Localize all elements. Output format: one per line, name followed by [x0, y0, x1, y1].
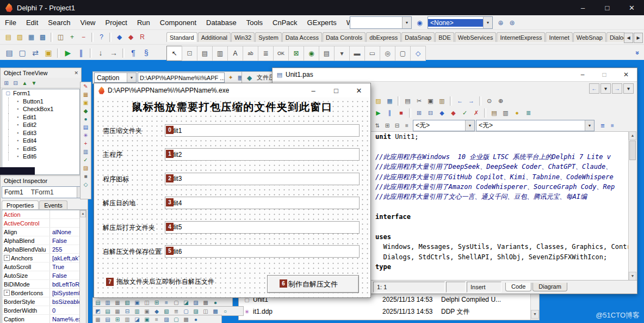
- mainmenu-icon[interactable]: ▤: [197, 46, 213, 61]
- save-icon[interactable]: ▦: [384, 96, 395, 106]
- toggle-form-unit-icon[interactable]: ⇄: [29, 46, 42, 59]
- dock-toolbar-icon[interactable]: ▢: [171, 298, 181, 306]
- cnpack-strip-icon[interactable]: ▥: [82, 148, 90, 156]
- dock-toolbar-icon[interactable]: ▤: [103, 316, 113, 323]
- explorer-scrollbar[interactable]: ▼: [530, 294, 539, 320]
- proc-list-combobox[interactable]: <无> ▼: [413, 120, 475, 131]
- collapse-icon[interactable]: ⊟: [425, 108, 436, 118]
- dock-toolbar-icon[interactable]: ▨: [191, 307, 201, 315]
- overflow-chevron-icon[interactable]: »: [634, 51, 642, 55]
- cnpack-icon[interactable]: ◆: [125, 32, 137, 42]
- inspector-tab-properties[interactable]: Properties: [2, 200, 39, 209]
- dock-toolbar-icon[interactable]: ⊞: [113, 316, 122, 323]
- remove-file-icon[interactable]: −: [78, 32, 89, 42]
- menu-project[interactable]: Project: [101, 19, 132, 27]
- expand-all-icon[interactable]: ⊞: [2, 79, 11, 87]
- cnpack-strip-icon[interactable]: ◆: [82, 107, 90, 115]
- make-sfx-button[interactable]: 6 制作自解压文件: [267, 275, 359, 293]
- outline-icon[interactable]: ≡: [608, 120, 617, 130]
- palette-tab-data-controls[interactable]: Data Controls: [323, 32, 366, 42]
- menu-view[interactable]: View: [76, 19, 101, 27]
- expand-icon[interactable]: +: [4, 290, 10, 296]
- class-list-combobox[interactable]: <无> ▼: [476, 120, 595, 131]
- maximize-button[interactable]: □: [593, 69, 615, 81]
- edit-field-edit4[interactable]: 3Edit4: [165, 197, 360, 209]
- tree-node-edit1[interactable]: ▪Edit1: [2, 113, 79, 121]
- breakpoint-icon[interactable]: ◆: [448, 108, 459, 118]
- macro-icon[interactable]: R: [137, 32, 148, 42]
- property-row[interactable]: AlphaBlendValu255: [2, 245, 86, 254]
- cut-icon[interactable]: ✂: [413, 96, 425, 106]
- structure-icon[interactable]: ▥: [500, 108, 511, 118]
- scrollbar-icon[interactable]: ▬: [349, 46, 365, 61]
- property-value-field[interactable]: D:\APP\%APPName%\%APF ...: [138, 72, 225, 83]
- error-icon[interactable]: ✗: [470, 108, 482, 118]
- scroll-up-icon[interactable]: ▲: [629, 131, 636, 140]
- cnpack-strip-icon[interactable]: ✎: [82, 82, 90, 90]
- menu-edit[interactable]: Edit: [21, 19, 43, 27]
- menu-database[interactable]: Database: [201, 19, 242, 27]
- desktop-combobox[interactable]: <None> ▼: [428, 16, 493, 29]
- run-icon[interactable]: ▶: [373, 108, 384, 118]
- menu-icon[interactable]: ≡: [402, 120, 412, 130]
- back-icon[interactable]: ←: [589, 83, 599, 94]
- collapse-all-icon[interactable]: ⊟: [11, 79, 20, 87]
- help-icon[interactable]: ?: [96, 32, 107, 42]
- dock-toolbar-icon[interactable]: ▢: [171, 316, 181, 323]
- cnpack-strip-icon[interactable]: ◇: [82, 180, 90, 188]
- stop-icon[interactable]: ■: [395, 108, 407, 118]
- palette-scroll-right-icon[interactable]: ▶: [634, 33, 643, 43]
- save-all-icon[interactable]: ▩: [37, 32, 48, 42]
- menu-tools[interactable]: Tools: [242, 19, 268, 27]
- palette-tab-win32[interactable]: Win32: [231, 32, 255, 42]
- expand-icon[interactable]: +: [4, 255, 10, 261]
- close-button[interactable]: ✕: [348, 84, 370, 97]
- tree-node-edit4[interactable]: ▪Edit4: [2, 137, 79, 145]
- edit-field-edit1[interactable]: 0Edit1: [165, 124, 360, 137]
- menu-gexperts[interactable]: GExperts: [302, 19, 342, 27]
- open-icon[interactable]: ▨: [373, 96, 384, 106]
- close-button[interactable]: ✕: [620, 0, 644, 15]
- flash-icon[interactable]: ✦: [226, 73, 236, 82]
- cnpack-strip-icon[interactable]: ●: [82, 115, 90, 123]
- memo-icon[interactable]: ≣: [258, 46, 274, 61]
- maximize-button[interactable]: □: [325, 84, 348, 97]
- chevron-down-icon[interactable]: ▼: [585, 120, 594, 131]
- back-dropdown-icon[interactable]: ▾: [600, 83, 611, 94]
- tree-node-edit2[interactable]: ▪Edit2: [2, 121, 79, 129]
- view-form-icon[interactable]: ▢: [16, 46, 29, 59]
- dock-toolbar-icon[interactable]: ◪: [181, 298, 191, 306]
- dock-toolbar-icon[interactable]: ▧: [122, 298, 132, 306]
- paste-icon[interactable]: ▥: [436, 96, 448, 106]
- new-form-icon[interactable]: ▣: [42, 46, 55, 59]
- editor-scrollbar[interactable]: ▲ ▼: [628, 131, 636, 281]
- set-debug-desktop-icon[interactable]: ⊛: [506, 17, 518, 28]
- search-combobox[interactable]: ▼: [350, 16, 412, 29]
- scroll-down-icon[interactable]: ▼: [629, 272, 636, 281]
- run-icon[interactable]: ▶: [61, 46, 75, 59]
- forward-dropdown-icon[interactable]: ▾: [623, 83, 634, 94]
- panel-icon[interactable]: ▢: [395, 46, 411, 61]
- bookmark-icon[interactable]: ◆: [436, 108, 448, 118]
- dock-toolbar-icon[interactable]: ≣: [171, 307, 181, 315]
- dock-toolbar-icon[interactable]: ▥: [103, 298, 113, 306]
- chevron-down-icon[interactable]: ▼: [127, 73, 136, 82]
- minimize-button[interactable]: –: [571, 0, 595, 15]
- property-row[interactable]: AutoSizeFalse: [2, 271, 86, 280]
- dock-toolbar-icon[interactable]: ◩: [93, 307, 103, 315]
- actionlist-icon[interactable]: ◇: [410, 46, 426, 61]
- menu-search[interactable]: Search: [43, 19, 75, 27]
- list-icon[interactable]: ≣: [523, 108, 534, 118]
- scrollbar-thumb[interactable]: [629, 141, 636, 160]
- dock-toolbar-icon[interactable]: ▧: [162, 307, 171, 315]
- print-icon[interactable]: ▤: [402, 96, 413, 106]
- find-icon[interactable]: ⊙: [484, 96, 495, 106]
- minimize-button[interactable]: –: [572, 69, 593, 81]
- add-file-icon[interactable]: +: [66, 32, 78, 42]
- menu-component[interactable]: Component: [155, 19, 201, 27]
- palette-tab-internetexpress[interactable]: InternetExpress: [497, 32, 545, 42]
- radiogroup-icon[interactable]: ◎: [380, 46, 395, 61]
- save-desktop-icon[interactable]: ⊕: [495, 17, 506, 28]
- palette-scroll-left-icon[interactable]: ◀: [624, 33, 633, 43]
- palette-tab-bde[interactable]: BDE: [435, 32, 454, 42]
